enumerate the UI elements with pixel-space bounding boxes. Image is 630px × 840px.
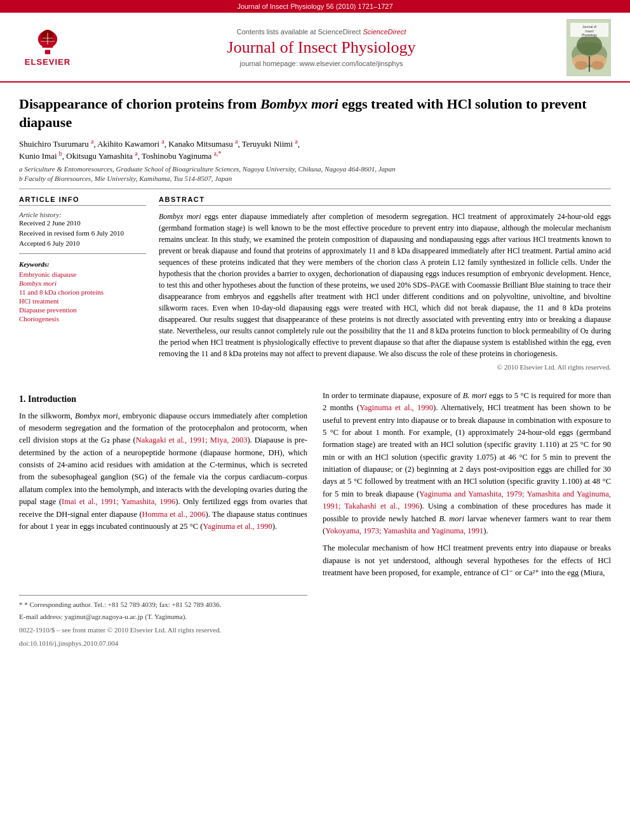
keyword-2: Bombyx mori xyxy=(19,279,146,287)
doi-line: doi:10.1016/j.jinsphys.2010.07.004 xyxy=(19,638,307,649)
footnote-corresponding: * * Corresponding author. Tel.: +81 52 7… xyxy=(19,599,307,610)
elsevier-brand-text: ELSEVIER xyxy=(25,57,70,67)
divider-1 xyxy=(19,189,611,189)
keywords-section: Keywords: Embryonic diapause Bombyx mori… xyxy=(19,260,146,323)
introduction-two-col: 1. Introduction In the silkworm, Bombyx … xyxy=(19,390,611,650)
abstract-heading: ABSTRACT xyxy=(159,196,611,206)
article-info-heading: ARTICLE INFO xyxy=(19,196,146,206)
svg-rect-0 xyxy=(45,50,50,55)
intro-col-left: 1. Introduction In the silkworm, Bombyx … xyxy=(19,390,307,650)
keyword-6: Choriogenesis xyxy=(19,315,146,323)
received-date: Received 2 June 2010 xyxy=(19,219,146,227)
article-info-panel: ARTICLE INFO Article history: Received 2… xyxy=(19,196,146,371)
journal-title: Journal of Insect Physiology xyxy=(76,38,566,57)
issn-line: 0022-1910/$ – see front matter © 2010 El… xyxy=(19,625,307,636)
elsevier-tree-icon xyxy=(25,29,70,55)
affiliation-b: b Faculty of Bioresources, Mie Universit… xyxy=(19,175,611,182)
intro-heading: 1. Introduction xyxy=(19,392,307,406)
svg-text:Journal of: Journal of xyxy=(582,25,597,29)
keywords-label: Keywords: xyxy=(19,260,146,268)
intro-col-right: In order to terminate diapause, exposure… xyxy=(323,390,611,650)
journal-cover-image: Journal of Insect Physiology Journal of … xyxy=(566,19,611,76)
cover-decoration: Journal of Insect Physiology xyxy=(567,20,611,76)
affiliation-a: a Sericulture & Entomoresources, Graduat… xyxy=(19,165,611,173)
body-content: 1. Introduction In the silkworm, Bombyx … xyxy=(0,383,630,662)
keyword-1: Embryonic diapause xyxy=(19,270,146,278)
keywords-list: Embryonic diapause Bombyx mori 11 and 8 … xyxy=(19,270,146,323)
journal-header: ELSEVIER Contents lists available at Sci… xyxy=(0,13,630,83)
svg-point-13 xyxy=(591,61,604,70)
keyword-4: HCl treatment xyxy=(19,297,146,305)
article-info-abstract: ARTICLE INFO Article history: Received 2… xyxy=(19,196,611,371)
footnote-block: * * Corresponding author. Tel.: +81 52 7… xyxy=(19,595,307,649)
elsevier-logo: ELSEVIER xyxy=(19,29,76,67)
header-center: Contents lists available at ScienceDirec… xyxy=(76,28,566,67)
authors-line: Shuichiro Tsurumaru a, Akihito Kawamori … xyxy=(19,138,611,161)
citation-text: Journal of Insect Physiology 56 (2010) 1… xyxy=(237,3,392,10)
abstract-text: Bombyx mori eggs enter diapause immediat… xyxy=(159,211,611,359)
intro-para-right-2: The molecular mechanism of how HCl treat… xyxy=(323,542,611,579)
keyword-3: 11 and 8 kDa chorion proteins xyxy=(19,288,146,296)
svg-text:Physiology: Physiology xyxy=(582,33,598,37)
footnotes-section: * * Corresponding author. Tel.: +81 52 7… xyxy=(19,538,307,649)
journal-homepage: journal homepage: www.elsevier.com/locat… xyxy=(76,60,566,67)
article-history: Article history: Received 2 June 2010 Re… xyxy=(19,211,146,247)
intro-para-right-1: In order to terminate diapause, exposure… xyxy=(323,390,611,538)
keyword-5: Diapause prevention xyxy=(19,306,146,314)
history-label: Article history: xyxy=(19,211,146,218)
svg-point-9 xyxy=(577,35,602,55)
copyright-line: © 2010 Elsevier Ltd. All rights reserved… xyxy=(159,363,611,371)
divider-keywords xyxy=(19,253,146,254)
accepted-date: Accepted 6 July 2010 xyxy=(19,239,146,247)
article-title: Disappearance of chorion proteins from B… xyxy=(19,95,611,131)
svg-point-12 xyxy=(575,61,587,70)
revised-date: Received in revised form 6 July 2010 xyxy=(19,229,146,237)
sciencedirect-line: Contents lists available at ScienceDirec… xyxy=(76,28,566,36)
article-content: Disappearance of chorion proteins from B… xyxy=(0,83,630,383)
intro-para-1: In the silkworm, Bombyx mori, embryonic … xyxy=(19,410,307,533)
footnote-email: E-mail address: yaginut@agr.nagoya-u.ac.… xyxy=(19,611,307,622)
journal-citation-bar: Journal of Insect Physiology 56 (2010) 1… xyxy=(0,0,630,13)
sciencedirect-link[interactable]: ScienceDirect xyxy=(363,28,406,36)
abstract-panel: ABSTRACT Bombyx mori eggs enter diapause… xyxy=(159,196,611,371)
